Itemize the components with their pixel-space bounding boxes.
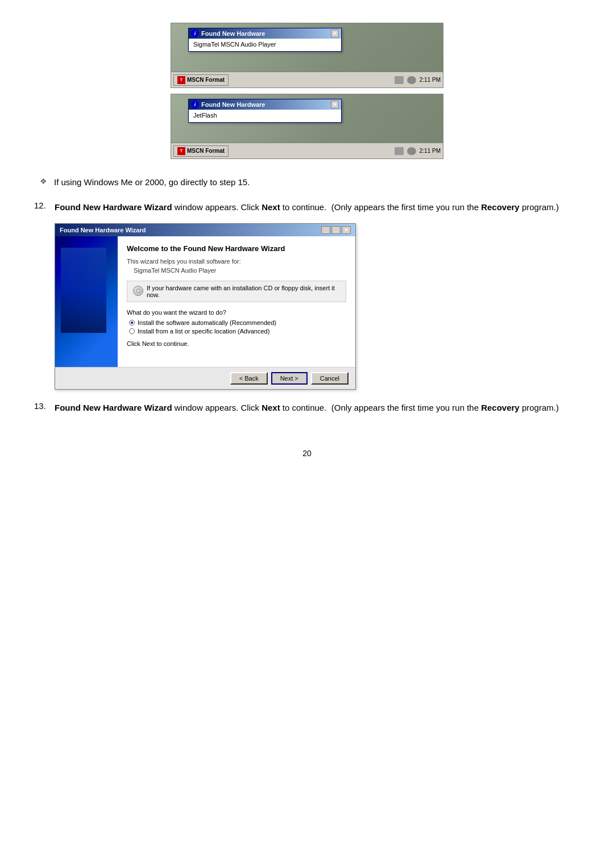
popup-close-btn-2[interactable]: ✕ <box>331 101 339 108</box>
step-12-text: Found New Hardware Wizard window appears… <box>55 201 559 214</box>
sys-icon-1b <box>407 76 416 84</box>
popup-title-text-2: Found New Hardware <box>201 101 265 108</box>
popup-close-btn-1[interactable]: ✕ <box>331 30 339 37</box>
wizard-cd-notice: If your hardware came with an installati… <box>127 281 346 302</box>
cd-icon <box>132 285 143 296</box>
page-content: i Found New Hardware ✕ SigmaTel MSCN Aud… <box>34 23 580 458</box>
screenshot-area: i Found New Hardware ✕ SigmaTel MSCN Aud… <box>34 23 580 159</box>
step-13-bold-next: Next <box>262 403 280 412</box>
wizard-cancel-button[interactable]: Cancel <box>311 372 349 385</box>
popup-title-left-1: i Found New Hardware <box>191 30 265 37</box>
wizard-cd-notice-text: If your hardware came with an installati… <box>147 285 341 298</box>
wizard-dialog: Found New Hardware Wizard _ □ ✕ Welcome … <box>55 223 356 390</box>
taskbar-item-2[interactable]: T MSCN Format <box>173 145 229 157</box>
radio-auto-circle[interactable] <box>129 320 135 326</box>
step-13-number: 13. <box>34 401 55 411</box>
found-hardware-popup-2: i Found New Hardware ✕ JetFlash <box>188 99 342 123</box>
bullet-item: ❖ If using Windows Me or 2000, go direct… <box>34 176 580 189</box>
wizard-radio-group: Install the software automatically (Reco… <box>129 319 346 335</box>
taskbar-right-2: 2:11 PM <box>395 147 441 155</box>
taskbar-label-2: MSCN Format <box>187 148 225 154</box>
step-12-bold-next: Next <box>262 202 280 212</box>
wizard-sidebar-image <box>55 236 118 367</box>
step-12-number: 12. <box>34 201 55 210</box>
taskbar-time-2: 2:11 PM <box>420 148 441 154</box>
step-13-bold-1: Found New Hardware Wizard <box>55 403 172 412</box>
popup-title-text-1: Found New Hardware <box>201 30 265 37</box>
step-12-bold-1: Found New Hardware Wizard <box>55 202 172 212</box>
popup-body-2: JetFlash <box>189 110 341 122</box>
sys-icon-2b <box>407 147 416 155</box>
wizard-radio-auto[interactable]: Install the software automatically (Reco… <box>129 319 346 326</box>
step-12: 12. Found New Hardware Wizard window app… <box>34 201 580 214</box>
step-13: 13. Found New Hardware Wizard window app… <box>34 401 580 415</box>
wizard-title-buttons: _ □ ✕ <box>321 226 351 234</box>
wizard-subtitle: This wizard helps you install software f… <box>127 258 346 265</box>
popup-title-left-2: i Found New Hardware <box>191 101 265 108</box>
notification-wrapper-2: i Found New Hardware ✕ JetFlash T MSCN F… <box>171 94 443 159</box>
info-icon-1: i <box>191 30 199 37</box>
wizard-main: Welcome to the Found New Hardware Wizard… <box>118 236 355 367</box>
popup-body-1: SigmaTel MSCN Audio Player <box>189 39 341 51</box>
taskbar-right-1: 2:11 PM <box>395 76 441 84</box>
taskbar-time-1: 2:11 PM <box>420 77 441 83</box>
wizard-titlebar: Found New Hardware Wizard _ □ ✕ <box>55 224 355 236</box>
wizard-question: What do you want the wizard to do? <box>127 309 346 316</box>
taskbar-strip-2: T MSCN Format 2:11 PM <box>171 143 443 158</box>
wizard-title-text: Found New Hardware Wizard <box>60 227 146 233</box>
page-number: 20 <box>34 449 580 458</box>
step-13-bold-recovery: Recovery <box>481 403 520 412</box>
wizard-device-name: SigmaTel MSCN Audio Player <box>134 267 346 274</box>
sys-icon-2a <box>395 147 404 155</box>
diamond-bullet-icon: ❖ <box>40 177 47 186</box>
taskbar-item-1[interactable]: T MSCN Format <box>173 74 229 86</box>
wizard-body: Welcome to the Found New Hardware Wizard… <box>55 236 355 367</box>
wizard-close-btn[interactable]: ✕ <box>342 226 351 234</box>
taskbar-icon-1: T <box>177 76 185 84</box>
sys-icon-1a <box>395 76 404 84</box>
taskbar-icon-2: T <box>177 147 185 155</box>
wizard-sidebar <box>55 236 118 367</box>
wizard-maximize-btn[interactable]: □ <box>331 226 341 234</box>
bullet-text: If using Windows Me or 2000, go directly… <box>54 176 250 189</box>
step-13-text: Found New Hardware Wizard window appears… <box>55 401 559 415</box>
popup-titlebar-2: i Found New Hardware ✕ <box>189 99 341 110</box>
wizard-radio-auto-label: Install the software automatically (Reco… <box>138 319 276 326</box>
popup-titlebar-1: i Found New Hardware ✕ <box>189 28 341 39</box>
taskbar-label-1: MSCN Format <box>187 77 225 83</box>
taskbar-strip-1: T MSCN Format 2:11 PM <box>171 72 443 87</box>
wizard-next-button[interactable]: Next > <box>271 372 308 385</box>
wizard-radio-manual[interactable]: Install from a list or specific location… <box>129 328 346 335</box>
notification-wrapper-1: i Found New Hardware ✕ SigmaTel MSCN Aud… <box>171 23 443 88</box>
wizard-minimize-btn[interactable]: _ <box>321 226 330 234</box>
wizard-footer: < Back Next > Cancel <box>55 367 355 389</box>
wizard-welcome-title: Welcome to the Found New Hardware Wizard <box>127 244 346 254</box>
found-hardware-popup-1: i Found New Hardware ✕ SigmaTel MSCN Aud… <box>188 28 342 52</box>
wizard-back-button[interactable]: < Back <box>230 372 268 385</box>
wizard-click-next: Click Next to continue. <box>127 340 346 347</box>
wizard-radio-manual-label: Install from a list or specific location… <box>138 328 269 335</box>
info-icon-2: i <box>191 101 199 108</box>
step-12-bold-recovery: Recovery <box>481 202 520 212</box>
radio-manual-circle[interactable] <box>129 328 135 334</box>
